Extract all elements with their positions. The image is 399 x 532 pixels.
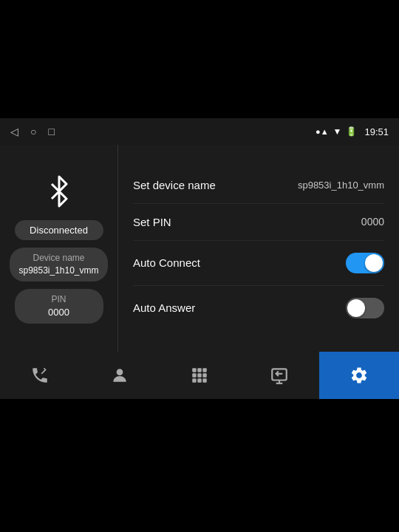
nav-buttons: ◁ ○ □ <box>10 126 55 137</box>
set-pin-row: Set PIN 0000 <box>133 204 384 241</box>
svg-rect-10 <box>272 369 287 380</box>
nav-item-mirror[interactable] <box>239 352 319 399</box>
time-display: 19:51 <box>364 126 389 137</box>
signal-icon: ●▲ <box>316 127 329 136</box>
set-device-name-label: Set device name <box>133 179 216 191</box>
wifi-icon: ▼ <box>333 126 342 137</box>
bottom-area <box>0 399 399 532</box>
set-device-name-value[interactable]: sp9853i_1h10_vmm <box>298 180 384 191</box>
battery-icon: 🔋 <box>346 126 357 137</box>
set-pin-value[interactable]: 0000 <box>361 216 384 228</box>
phone-icon <box>30 366 50 385</box>
auto-answer-label: Auto Answer <box>133 301 195 314</box>
svg-rect-1 <box>192 368 196 372</box>
bluetooth-icon <box>46 175 72 208</box>
contacts-icon <box>110 366 129 385</box>
back-icon[interactable]: ◁ <box>10 126 18 137</box>
top-area <box>0 0 399 118</box>
bluetooth-icon-wrap <box>41 173 78 210</box>
pin-value: 0000 <box>24 306 95 319</box>
svg-rect-4 <box>192 373 196 377</box>
auto-answer-row: Auto Answer <box>133 286 384 330</box>
device-name-pill[interactable]: Device name sp9853i_1h10_vmm <box>10 248 107 282</box>
svg-point-0 <box>117 369 123 375</box>
right-panel: Set device name sp9853i_1h10_vmm Set PIN… <box>118 145 399 352</box>
disconnected-status[interactable]: Disconnected <box>15 220 103 240</box>
nav-item-apps[interactable] <box>160 352 239 399</box>
mirror-icon <box>270 366 289 385</box>
svg-rect-2 <box>197 368 201 372</box>
svg-rect-6 <box>202 373 206 377</box>
svg-rect-5 <box>197 373 201 377</box>
auto-answer-toggle[interactable] <box>346 298 384 318</box>
auto-connect-toggle[interactable] <box>346 253 384 273</box>
svg-rect-7 <box>192 378 196 382</box>
status-bar: ◁ ○ □ ●▲ ▼ 🔋 19:51 <box>0 118 399 145</box>
set-device-name-row: Set device name sp9853i_1h10_vmm <box>133 167 384 204</box>
auto-connect-row: Auto Connect <box>133 241 384 286</box>
svg-rect-3 <box>202 368 206 372</box>
svg-rect-9 <box>202 378 206 382</box>
status-icons: ●▲ ▼ 🔋 19:51 <box>316 126 389 137</box>
pin-label: PIN <box>24 293 95 306</box>
device-name-label: Device name <box>18 252 98 265</box>
pin-pill[interactable]: PIN 0000 <box>15 289 103 324</box>
apps-icon <box>190 366 209 385</box>
nav-item-contacts[interactable] <box>80 352 160 399</box>
set-pin-label: Set PIN <box>133 216 171 228</box>
device-name-value: sp9853i_1h10_vmm <box>18 265 98 277</box>
left-panel: Disconnected Device name sp9853i_1h10_vm… <box>0 145 118 352</box>
home-icon[interactable]: ○ <box>30 126 36 137</box>
recents-icon[interactable]: □ <box>48 126 54 137</box>
auto-connect-label: Auto Connect <box>133 256 200 269</box>
nav-item-phone[interactable] <box>0 352 80 399</box>
settings-icon <box>349 366 369 385</box>
main-content: Disconnected Device name sp9853i_1h10_vm… <box>0 145 399 352</box>
svg-rect-8 <box>197 378 201 382</box>
nav-item-settings[interactable] <box>319 352 399 399</box>
bottom-nav <box>0 352 399 399</box>
